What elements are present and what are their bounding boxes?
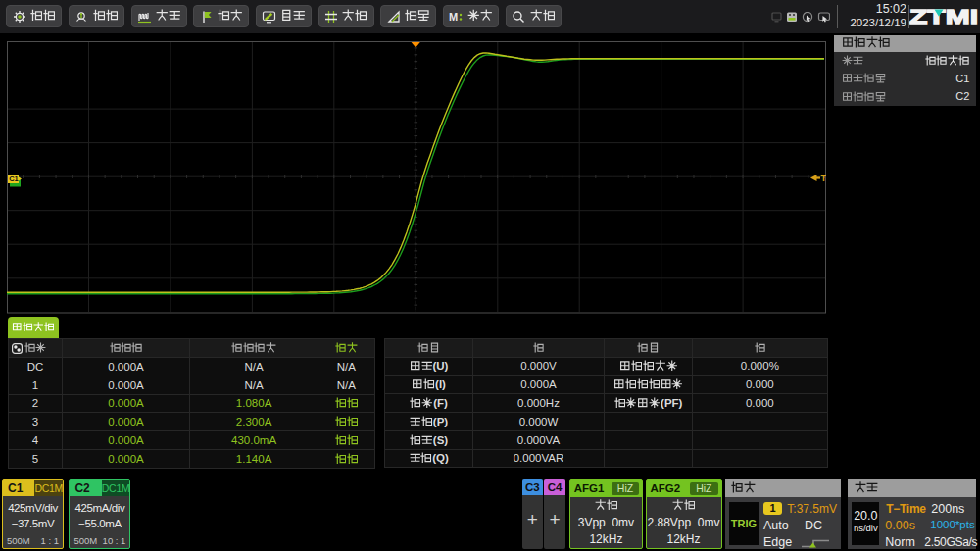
svg-text:C1: C1 [9,175,19,183]
svg-text:ZTMI: ZTMI [909,5,978,27]
svg-text:T: T [821,173,827,183]
svg-text:M: M [449,10,458,22]
